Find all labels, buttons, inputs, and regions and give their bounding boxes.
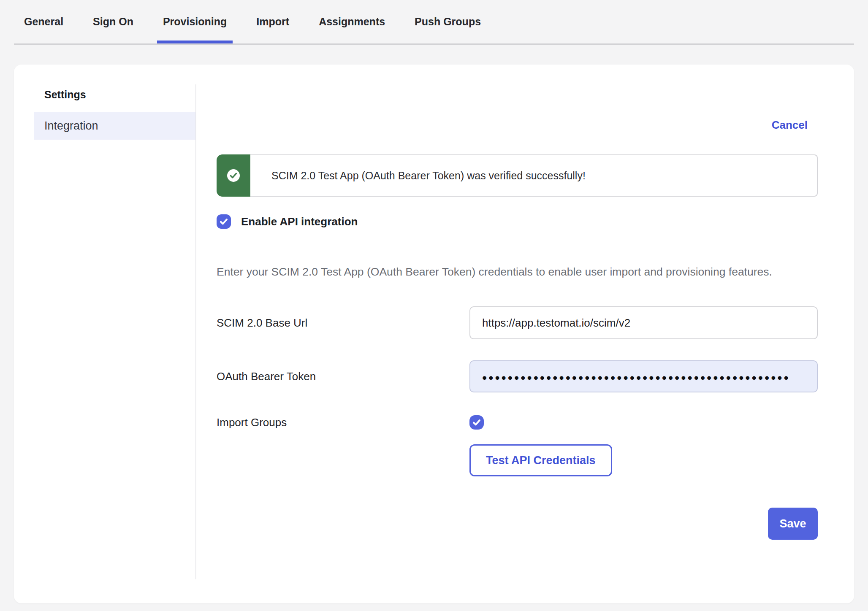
import-groups-row: Import Groups [217,415,818,430]
provisioning-card: Settings Integration Cancel SCIM 2.0 Tes… [14,65,854,603]
save-row: Save [217,508,818,540]
cancel-row: Cancel [217,118,818,132]
success-banner-message: SCIM 2.0 Test App (OAuth Bearer Token) w… [271,170,586,182]
token-input[interactable] [469,360,818,392]
base-url-row: SCIM 2.0 Base Url [217,306,818,339]
success-banner: SCIM 2.0 Test App (OAuth Bearer Token) w… [217,154,818,197]
integration-settings-panel: Cancel SCIM 2.0 Test App (OAuth Bearer T… [196,65,854,603]
settings-sidebar: Settings Integration [14,65,195,603]
tab-sign-on[interactable]: Sign On [93,0,133,43]
cancel-link[interactable]: Cancel [772,118,808,132]
sidebar-heading: Settings [44,89,195,101]
enable-api-checkbox[interactable] [217,214,231,229]
sidebar-item-label: Integration [44,119,98,132]
tab-provisioning[interactable]: Provisioning [163,0,227,43]
tab-push-groups-label: Push Groups [415,16,481,28]
base-url-label: SCIM 2.0 Base Url [217,316,469,330]
tab-provisioning-label: Provisioning [163,16,227,28]
tab-general[interactable]: General [24,0,63,43]
tab-assignments-label: Assignments [319,16,385,28]
test-api-credentials-button[interactable]: Test API Credentials [469,444,612,476]
tab-general-label: General [24,16,63,28]
import-groups-label: Import Groups [217,416,469,429]
check-circle-icon [227,169,240,182]
tabs: General Sign On Provisioning Import Assi… [0,0,868,43]
tab-bar-divider [14,43,854,45]
enable-api-label: Enable API integration [241,215,358,228]
save-button[interactable]: Save [768,508,818,540]
token-label: OAuth Bearer Token [217,370,469,383]
token-row: OAuth Bearer Token [217,360,818,392]
tab-import-label: Import [256,16,289,28]
tab-assignments[interactable]: Assignments [319,0,385,43]
sidebar-item-integration[interactable]: Integration [34,112,195,140]
check-icon [219,216,229,227]
tab-push-groups[interactable]: Push Groups [415,0,481,43]
tab-sign-on-label: Sign On [93,16,133,28]
success-banner-body: SCIM 2.0 Test App (OAuth Bearer Token) w… [250,154,818,197]
app-tab-bar: General Sign On Provisioning Import Assi… [0,0,868,45]
credentials-description: Enter your SCIM 2.0 Test App (OAuth Bear… [217,262,808,282]
import-groups-checkbox[interactable] [469,415,484,430]
tab-import[interactable]: Import [256,0,289,43]
test-credentials-row: Test API Credentials [217,444,818,476]
enable-api-row: Enable API integration [217,214,818,229]
check-icon [472,417,482,427]
base-url-input[interactable] [469,306,818,339]
success-banner-icon-block [217,154,250,197]
